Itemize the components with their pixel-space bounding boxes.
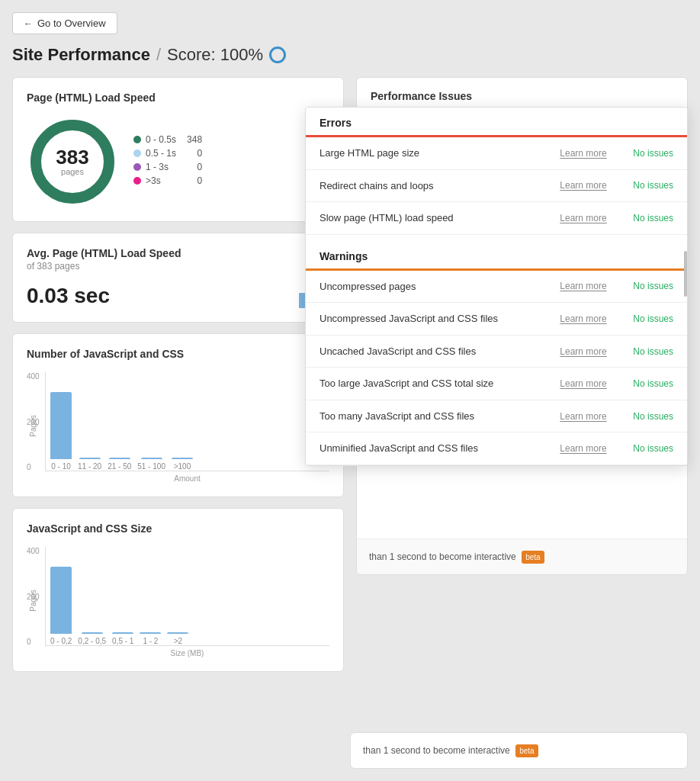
- issue-name-large-html: Large HTML page size: [319, 146, 547, 160]
- bar-label-2: 11 - 20: [78, 462, 101, 471]
- avg-speed-value: 0.03 sec: [27, 284, 110, 308]
- bar-2: [79, 458, 101, 459]
- back-button[interactable]: ← Go to Overview: [12, 12, 117, 34]
- bar-group-size: 0,2 - 0,5: [78, 632, 106, 645]
- status-uncompressed-pages: No issues: [620, 281, 673, 291]
- js-css-size-card: JavaScript and CSS Size 400 200 0 0 - 0,…: [12, 508, 344, 672]
- y-tick-400b: 400: [27, 547, 40, 555]
- load-speed-title: Page (HTML) Load Speed: [27, 92, 329, 104]
- legend-label-4: >3s: [146, 175, 161, 186]
- bar-group: 0 - 10: [50, 392, 72, 471]
- legend-label-1: 0 - 0.5s: [146, 134, 176, 145]
- bar-label-4: 51 - 100: [137, 462, 165, 471]
- bar-group: 11 - 20: [78, 458, 101, 471]
- issue-name-too-many-js: Too many JavaScript and CSS files: [319, 410, 547, 423]
- load-speed-card: Page (HTML) Load Speed 383 pages: [12, 77, 344, 222]
- learn-more-redirect[interactable]: Learn more: [553, 180, 614, 191]
- learn-more-uncached-js[interactable]: Learn more: [553, 346, 614, 357]
- back-button-label: Go to Overview: [37, 18, 106, 29]
- learn-more-uncompressed-js[interactable]: Learn more: [553, 313, 614, 324]
- legend-value-1: 348: [181, 134, 202, 145]
- legend-dot-4: [133, 177, 141, 185]
- issue-row-large-html: Large HTML page size Learn more No issue…: [306, 137, 687, 170]
- donut-label: pages: [56, 167, 88, 176]
- score-label: Score: 100%: [167, 45, 263, 65]
- status-redirect: No issues: [620, 180, 673, 191]
- issue-row-uncached-js: Uncached JavaScript and CSS files Learn …: [306, 336, 687, 368]
- issue-row-uncompressed-js: Uncompressed JavaScript and CSS files Le…: [306, 303, 687, 336]
- size-bar-label-1: 0 - 0,2: [50, 637, 72, 645]
- status-uncompressed-js: No issues: [620, 313, 673, 324]
- issue-name-redirect: Redirect chains and loops: [319, 179, 547, 193]
- bar-label-5: >100: [174, 462, 191, 471]
- donut-number: 383: [56, 147, 88, 167]
- y-tick-0: 0: [27, 463, 40, 471]
- issue-name-uncompressed-js: Uncompressed JavaScript and CSS files: [319, 312, 547, 326]
- legend-label-2: 0.5 - 1s: [146, 148, 176, 159]
- arrow-left-icon: ←: [24, 18, 33, 29]
- status-unminified-js: No issues: [620, 443, 673, 454]
- issue-row-redirect: Redirect chains and loops Learn more No …: [306, 170, 687, 203]
- legend-value-3: 0: [191, 162, 202, 172]
- issue-row-uncompressed-pages: Uncompressed pages Learn more No issues: [306, 271, 687, 304]
- learn-more-large-html[interactable]: Learn more: [553, 148, 614, 159]
- status-uncached-js: No issues: [620, 346, 673, 357]
- legend-item: 0 - 0.5s 348: [133, 134, 202, 145]
- donut-center: 383 pages: [56, 147, 88, 176]
- bar-group: 51 - 100: [137, 458, 165, 471]
- y-axis-pages-1: Pages: [29, 415, 37, 436]
- avg-speed-card: Avg. Page (HTML) Load Speed of 383 pages…: [12, 233, 344, 323]
- issue-row-too-large-js: Too large JavaScript and CSS total size …: [306, 368, 687, 400]
- size-bar-label-2: 0,2 - 0,5: [78, 637, 106, 645]
- issue-row-too-many-js: Too many JavaScript and CSS files Learn …: [306, 400, 687, 433]
- bar-group: >100: [172, 458, 193, 471]
- scrollbar[interactable]: [684, 251, 687, 297]
- legend-value-4: 0: [191, 175, 202, 186]
- bottom-section: than 1 second to become interactive beta: [357, 538, 687, 574]
- legend-list: 0 - 0.5s 348 0.5 - 1s 0 1 - 3s 0: [133, 134, 202, 189]
- issue-name-slow-html: Slow page (HTML) load speed: [319, 211, 547, 225]
- learn-more-unminified-js[interactable]: Learn more: [553, 443, 614, 454]
- learn-more-too-many-js[interactable]: Learn more: [553, 411, 614, 422]
- donut-chart: 383 pages: [27, 116, 118, 207]
- issue-name-unminified-js: Unminified JavaScript and CSS files: [319, 442, 547, 455]
- x-axis-amount: Amount: [45, 474, 329, 483]
- issue-row-slow-html: Slow page (HTML) load speed Learn more N…: [306, 202, 687, 235]
- svg-rect-2: [299, 293, 305, 308]
- avg-speed-title: Avg. Page (HTML) Load Speed of 383 pages: [27, 247, 329, 272]
- legend-value-2: 0: [191, 148, 202, 159]
- learn-more-uncompressed-pages[interactable]: Learn more: [553, 281, 614, 291]
- x-axis-size: Size (MB): [45, 649, 329, 657]
- bar-4: [141, 458, 162, 459]
- learn-more-slow-html[interactable]: Learn more: [553, 213, 614, 223]
- status-large-html: No issues: [620, 148, 673, 159]
- donut-section: 383 pages 0 - 0.5s 348 0.5 - 1s: [27, 116, 329, 207]
- bar-group-size: 1 - 2: [140, 632, 161, 645]
- legend-dot-3: [133, 163, 141, 171]
- y-tick-0b: 0: [27, 638, 40, 646]
- y-axis-pages-2: Pages: [29, 590, 37, 611]
- errors-section-header: Errors: [306, 108, 687, 137]
- interactive-bottom-card: than 1 second to become interactive beta: [350, 732, 688, 769]
- learn-more-too-large-js[interactable]: Learn more: [553, 378, 614, 389]
- size-bar-label-5: >2: [174, 637, 182, 645]
- left-column: Page (HTML) Load Speed 383 pages: [12, 77, 344, 672]
- legend-label-3: 1 - 3s: [146, 162, 169, 172]
- size-bar-3: [112, 632, 133, 634]
- legend-item: >3s 0: [133, 175, 202, 186]
- title-separator: /: [156, 45, 161, 65]
- size-bar-label-4: 1 - 2: [143, 637, 158, 645]
- avg-speed-card-title: Avg. Page (HTML) Load Speed: [27, 247, 329, 259]
- overlay-panel: Errors Large HTML page size Learn more N…: [305, 107, 688, 466]
- size-bar-5: [167, 632, 188, 634]
- legend-dot-2: [133, 149, 141, 157]
- avg-speed-subtitle: of 383 pages: [27, 261, 329, 272]
- warnings-section-header: Warnings: [306, 241, 687, 271]
- issue-row-unminified-js: Unminified JavaScript and CSS files Lear…: [306, 432, 687, 465]
- size-bar-4: [140, 632, 161, 634]
- bar-label-1: 0 - 10: [51, 462, 71, 471]
- beta-badge-2: beta: [515, 744, 538, 757]
- issue-name-uncompressed-pages: Uncompressed pages: [319, 280, 547, 294]
- bar-group-size: 0 - 0,2: [50, 567, 72, 645]
- issue-name-too-large-js: Too large JavaScript and CSS total size: [319, 377, 547, 390]
